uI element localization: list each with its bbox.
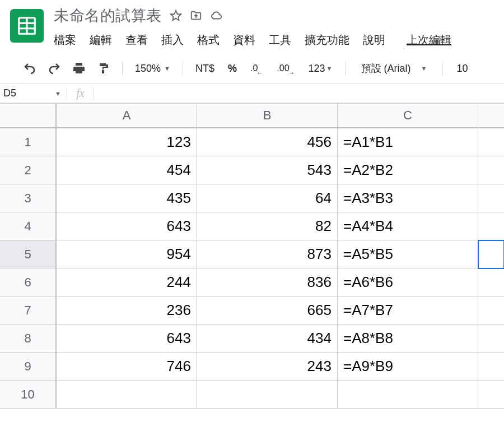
- font-family-select[interactable]: 預設 (Arial) ▼: [354, 62, 434, 75]
- toolbar-separator: [122, 62, 123, 75]
- cell[interactable]: =A8*B8: [338, 325, 478, 353]
- cell[interactable]: [478, 128, 504, 156]
- cell[interactable]: 82: [197, 212, 338, 240]
- select-all-corner[interactable]: [0, 104, 57, 128]
- cell[interactable]: 123: [57, 128, 197, 156]
- percent-button[interactable]: %: [223, 63, 241, 75]
- col-header-d[interactable]: [478, 104, 504, 128]
- cell[interactable]: =A3*B3: [338, 184, 478, 212]
- caret-down-icon: ▼: [164, 65, 170, 72]
- cell[interactable]: 435: [57, 184, 197, 212]
- menu-tools[interactable]: 工具: [269, 33, 291, 48]
- col-header-c[interactable]: C: [338, 104, 478, 128]
- format-more-button[interactable]: 123 ▼: [305, 63, 336, 75]
- last-edit-link[interactable]: 上次編輯: [407, 33, 451, 48]
- formula-bar: D5 ▼ fx: [0, 84, 504, 103]
- cell[interactable]: 543: [197, 156, 338, 184]
- row-header[interactable]: 2: [0, 156, 57, 184]
- cell[interactable]: 244: [57, 268, 197, 296]
- undo-button[interactable]: [20, 59, 39, 78]
- menu-format[interactable]: 格式: [197, 33, 220, 48]
- menu-data[interactable]: 資料: [233, 33, 255, 48]
- cell[interactable]: [197, 381, 338, 409]
- menubar: 檔案 編輯 查看 插入 格式 資料 工具 擴充功能 說明 上次編輯: [54, 25, 504, 53]
- cell[interactable]: =A6*B6: [338, 268, 478, 296]
- cell[interactable]: =A5*B5: [338, 240, 478, 268]
- cell[interactable]: [478, 325, 504, 353]
- cell[interactable]: [478, 381, 504, 409]
- increase-decimal-button[interactable]: .00→: [273, 63, 299, 73]
- cell[interactable]: =A7*B7: [338, 296, 478, 325]
- header: 未命名的試算表 檔案 編輯 查看 插入 格式 資料 工具 擴充功能 說: [0, 0, 504, 53]
- font-family-value: 預設 (Arial): [361, 62, 411, 75]
- name-box[interactable]: D5 ▼: [0, 87, 67, 99]
- cell[interactable]: 456: [197, 128, 338, 156]
- toolbar: 150% ▼ NT$ % .0← .00→ 123 ▼ 預設 (Arial) ▼…: [0, 53, 504, 84]
- cell[interactable]: 236: [57, 296, 197, 325]
- col-header-a[interactable]: A: [57, 104, 197, 128]
- cell[interactable]: 643: [57, 212, 197, 240]
- zoom-value: 150%: [135, 63, 161, 75]
- sheets-logo-icon[interactable]: [10, 9, 44, 43]
- cell[interactable]: 243: [197, 353, 338, 381]
- cell[interactable]: [478, 296, 504, 325]
- currency-button[interactable]: NT$: [192, 63, 218, 75]
- print-button[interactable]: [69, 59, 88, 78]
- menu-extensions[interactable]: 擴充功能: [305, 33, 349, 48]
- font-size-input[interactable]: 10: [452, 63, 472, 75]
- cell[interactable]: =A9*B9: [338, 353, 478, 381]
- cell[interactable]: [57, 381, 197, 409]
- row-header[interactable]: 8: [0, 325, 57, 353]
- cell[interactable]: =A1*B1: [338, 128, 478, 156]
- cell[interactable]: =A2*B2: [338, 156, 478, 184]
- toolbar-separator: [442, 62, 443, 75]
- row-header[interactable]: 7: [0, 296, 57, 325]
- row-header[interactable]: 6: [0, 268, 57, 296]
- cell[interactable]: =A4*B4: [338, 212, 478, 240]
- cloud-status-icon[interactable]: [210, 10, 222, 22]
- star-icon[interactable]: [170, 10, 182, 22]
- caret-down-icon: ▼: [421, 65, 427, 72]
- arrow-right-icon: →: [288, 69, 295, 77]
- row-header[interactable]: 3: [0, 184, 57, 212]
- svg-marker-4: [170, 11, 180, 20]
- cell[interactable]: [478, 212, 504, 240]
- cell[interactable]: 746: [57, 353, 197, 381]
- menu-view[interactable]: 查看: [125, 33, 148, 48]
- row-header[interactable]: 4: [0, 212, 57, 240]
- zoom-select[interactable]: 150% ▼: [132, 63, 174, 75]
- row-header[interactable]: 9: [0, 353, 57, 381]
- decrease-decimal-button[interactable]: .0←: [247, 63, 268, 73]
- cell[interactable]: 665: [197, 296, 338, 325]
- cell[interactable]: [478, 184, 504, 212]
- row-header[interactable]: 10: [0, 381, 57, 409]
- row-header[interactable]: 1: [0, 128, 57, 156]
- cell[interactable]: [478, 353, 504, 381]
- redo-button[interactable]: [45, 59, 64, 78]
- caret-down-icon: ▼: [326, 65, 333, 72]
- cell[interactable]: [338, 381, 478, 409]
- toolbar-separator: [183, 62, 183, 75]
- cell[interactable]: 434: [197, 325, 338, 353]
- cell[interactable]: 64: [197, 184, 338, 212]
- document-title[interactable]: 未命名的試算表: [54, 6, 162, 26]
- cell[interactable]: 954: [57, 240, 197, 268]
- row-header[interactable]: 5: [0, 240, 57, 268]
- cell[interactable]: 836: [197, 268, 338, 296]
- menu-help[interactable]: 說明: [363, 33, 385, 48]
- formula-input[interactable]: [94, 84, 504, 103]
- cell[interactable]: [478, 156, 504, 184]
- paint-format-button[interactable]: [94, 59, 113, 78]
- menu-file[interactable]: 檔案: [54, 33, 76, 48]
- move-icon[interactable]: [190, 10, 202, 22]
- menu-insert[interactable]: 插入: [161, 33, 184, 48]
- cell[interactable]: 454: [57, 156, 197, 184]
- cell[interactable]: 643: [57, 325, 197, 353]
- cell[interactable]: [478, 268, 504, 296]
- name-box-value: D5: [3, 87, 16, 99]
- cell[interactable]: 873: [197, 240, 338, 268]
- menu-edit[interactable]: 編輯: [90, 33, 112, 48]
- cell[interactable]: [478, 240, 504, 268]
- toolbar-separator: [345, 62, 346, 75]
- col-header-b[interactable]: B: [197, 104, 338, 128]
